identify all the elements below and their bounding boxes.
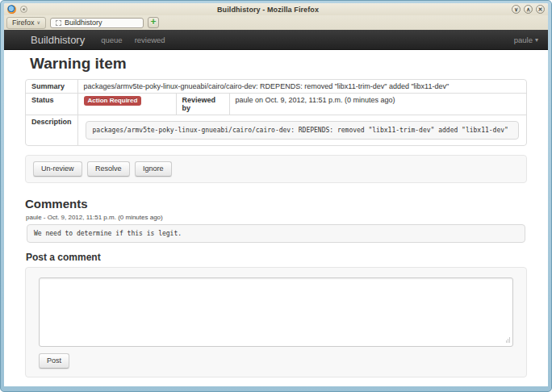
- nav-link-reviewed[interactable]: reviewed: [135, 35, 165, 44]
- menu-spinner-button[interactable]: [20, 6, 27, 13]
- status-badge: Action Required: [84, 96, 142, 106]
- user-name: paule: [514, 35, 533, 44]
- comment-textarea[interactable]: [39, 277, 513, 347]
- comment-meta: paule - Oct. 9, 2012, 11:51 p.m. (0 minu…: [26, 214, 527, 221]
- favicon-placeholder-icon: [56, 20, 61, 26]
- nav-link-queue[interactable]: queue: [101, 35, 122, 44]
- window-frame: Buildhistory - Mozilla Firefox ∨ ∧ ✕ Fir…: [0, 0, 552, 392]
- post-button-row: Post: [39, 353, 513, 369]
- titlebar: Buildhistory - Mozilla Firefox ∨ ∧ ✕: [4, 3, 548, 15]
- navbar-brand[interactable]: Buildhistory: [31, 34, 85, 46]
- status-label: Status: [26, 93, 77, 115]
- chevron-down-icon: ∨: [37, 19, 40, 25]
- post-comment-well: Post: [25, 267, 527, 377]
- tab-buildhistory[interactable]: Buildhistory: [50, 18, 144, 28]
- ignore-button[interactable]: Ignore: [135, 161, 172, 177]
- comment-text: We need to determine if this is legit.: [27, 224, 525, 243]
- table-row-status: Status Action Required Reviewed by paule…: [26, 93, 526, 115]
- firefox-menu-button[interactable]: Firefox ∨: [6, 17, 46, 29]
- description-label: Description: [26, 115, 77, 145]
- new-tab-button[interactable]: +: [148, 17, 159, 28]
- page-content: Warning item Summary packages/armv5te-po…: [4, 50, 548, 386]
- caret-down-icon: ▾: [535, 36, 538, 44]
- firefox-logo-icon: [7, 5, 16, 14]
- summary-label: Summary: [26, 80, 77, 93]
- description-value: packages/armv5te-poky-linux-gnueabi/cair…: [86, 121, 519, 140]
- user-menu[interactable]: paule ▾: [514, 35, 538, 44]
- resize-grip-icon[interactable]: [506, 337, 510, 343]
- table-row-description: Description packages/armv5te-poky-linux-…: [26, 115, 526, 145]
- close-button[interactable]: ✕: [536, 5, 545, 14]
- summary-value: packages/armv5te-poky-linux-gnueabi/cair…: [77, 80, 526, 93]
- post-comment-heading: Post a comment: [26, 252, 527, 263]
- minimize-button[interactable]: ∨: [512, 5, 521, 14]
- window-controls: ∨ ∧ ✕: [508, 5, 545, 14]
- post-button[interactable]: Post: [39, 353, 69, 369]
- comments-heading: Comments: [25, 197, 527, 211]
- page-title: Warning item: [30, 55, 527, 73]
- reviewed-by-label: Reviewed by: [176, 93, 229, 115]
- description-cell: packages/armv5te-poky-linux-gnueabi/cair…: [77, 115, 526, 145]
- actions-well: Un-review Resolve Ignore: [25, 155, 527, 183]
- tab-bar: Firefox ∨ Buildhistory +: [4, 15, 548, 30]
- maximize-button[interactable]: ∧: [524, 5, 533, 14]
- table-row-summary: Summary packages/armv5te-poky-linux-gnue…: [26, 80, 526, 93]
- un-review-button[interactable]: Un-review: [33, 161, 82, 177]
- resolve-button[interactable]: Resolve: [87, 161, 130, 177]
- reviewed-by-value: paule on Oct. 9, 2012, 11:51 p.m. (0 min…: [229, 93, 526, 115]
- app-navbar: Buildhistory queue reviewed paule ▾: [4, 30, 548, 50]
- browser-window: Buildhistory - Mozilla Firefox ∨ ∧ ✕ Fir…: [4, 3, 548, 386]
- firefox-menu-label: Firefox: [12, 19, 35, 27]
- tab-title: Buildhistory: [65, 19, 102, 27]
- comment-textarea-wrap: [39, 277, 513, 347]
- status-cell: Action Required: [77, 93, 176, 115]
- window-title: Buildhistory - Mozilla Firefox: [27, 6, 508, 14]
- warning-details-table: Summary packages/armv5te-poky-linux-gnue…: [25, 79, 527, 146]
